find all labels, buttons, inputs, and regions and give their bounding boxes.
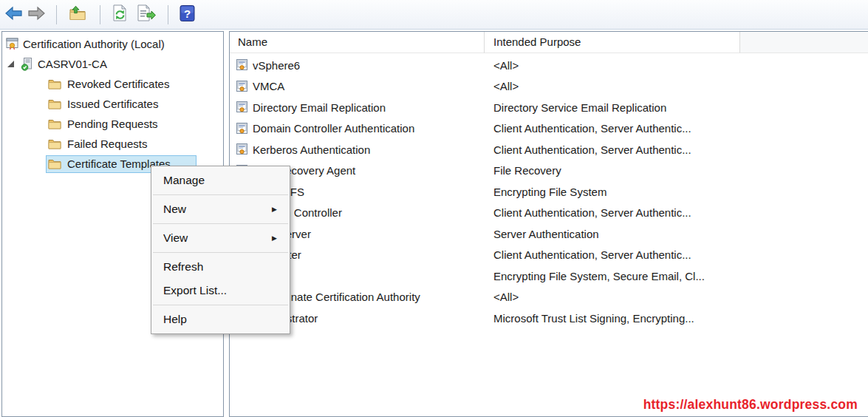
list-rows: vSphere6<All>VMCA<All>Directory Email Re… xyxy=(230,53,868,329)
submenu-arrow-icon: ▶ xyxy=(272,206,277,213)
column-header-filler xyxy=(740,32,868,53)
template-purpose: Directory Service Email Replication xyxy=(485,101,740,114)
menu-item-export-list[interactable]: Export List... xyxy=(151,279,290,302)
template-name: VMCA xyxy=(253,80,284,92)
tree-item-revoked-certificates[interactable]: Revoked Certificates xyxy=(2,74,223,94)
template-row-computer[interactable]: ComputerClient Authentication, Server Au… xyxy=(230,245,868,266)
toolbar-separator xyxy=(168,5,168,24)
certificate-template-icon xyxy=(236,59,248,71)
template-purpose: Encrypting File System xyxy=(485,186,740,198)
watermark-text: https://alexhunt86.wordpress.com xyxy=(643,397,858,413)
template-row-domain-controller[interactable]: Domain ControllerClient Authentication, … xyxy=(230,203,868,224)
forward-icon xyxy=(27,6,46,24)
template-name: Kerberos Authentication xyxy=(253,143,370,156)
tree-item-label: CASRV01-CA xyxy=(38,58,107,70)
export-list-icon xyxy=(137,4,156,25)
template-name: vSphere6 xyxy=(253,59,300,72)
submenu-arrow-icon: ▶ xyxy=(272,234,277,242)
menu-item-view[interactable]: View▶ xyxy=(151,226,290,250)
menu-separator xyxy=(153,194,288,195)
template-purpose: Microsoft Trust List Signing, Encrypting… xyxy=(485,312,740,325)
template-purpose: Client Authentication, Server Authentic.… xyxy=(485,143,740,156)
forward-button[interactable] xyxy=(26,4,47,25)
toolbar-separator xyxy=(56,5,57,24)
tree-item-label: Issued Certificates xyxy=(67,98,158,110)
menu-item-help[interactable]: Help xyxy=(151,308,290,331)
template-row-user[interactable]: UserEncrypting File System, Secure Email… xyxy=(230,265,868,287)
template-purpose: Client Authentication, Server Authentic.… xyxy=(485,122,740,135)
template-row-vmca[interactable]: VMCA<All> xyxy=(230,76,868,98)
template-row-basic-efs[interactable]: Basic EFSEncrypting File System xyxy=(230,181,868,203)
tree-item-label: Pending Requests xyxy=(67,118,158,130)
folder-icon xyxy=(48,118,61,129)
certification-authority-icon xyxy=(6,38,20,50)
column-header-name[interactable]: Name xyxy=(230,32,485,53)
menu-item-label: Manage xyxy=(163,174,205,187)
console-tree: Certification Authority (Local) CASRV01-… xyxy=(2,32,223,174)
folder-icon xyxy=(48,138,61,149)
tree-item-certification-authority[interactable]: Certification Authority (Local) xyxy=(2,34,223,54)
template-purpose: Encrypting File System, Secure Email, Cl… xyxy=(485,270,740,282)
menu-separator xyxy=(153,252,288,253)
template-row-efs-recovery-agent[interactable]: EFS Recovery AgentFile Recovery xyxy=(230,160,868,182)
refresh-button[interactable] xyxy=(109,4,130,25)
up-one-level-button[interactable] xyxy=(67,4,88,25)
menu-separator xyxy=(153,305,288,305)
menu-item-label: Refresh xyxy=(163,260,203,274)
template-name: Domain Controller Authentication xyxy=(253,122,414,135)
template-purpose: Server Authentication xyxy=(485,228,740,240)
up-one-level-icon xyxy=(69,5,86,24)
template-row-administrator[interactable]: AdministratorMicrosoft Trust List Signin… xyxy=(230,308,868,329)
menu-item-label: View xyxy=(163,231,188,245)
tree-item-pending-requests[interactable]: Pending Requests xyxy=(2,114,223,134)
help-button[interactable]: ? xyxy=(177,4,197,25)
svg-text:?: ? xyxy=(183,7,190,19)
toolbar: ? xyxy=(0,0,868,30)
template-row-domain-controller-authentication[interactable]: Domain Controller AuthenticationClient A… xyxy=(230,118,868,140)
templates-list-panel: NameIntended Purpose vSphere6<All>VMCA<A… xyxy=(229,31,868,417)
folder-icon xyxy=(48,98,61,109)
certificate-template-icon xyxy=(236,101,248,113)
tree-children: Revoked CertificatesIssued CertificatesP… xyxy=(2,74,223,174)
template-row-subordinate-certification-authority[interactable]: Subordinate Certification Authority<All> xyxy=(230,287,868,308)
template-purpose: <All> xyxy=(485,80,740,92)
certificate-template-icon xyxy=(236,123,248,135)
folder-icon xyxy=(48,78,61,89)
template-purpose: <All> xyxy=(485,59,740,72)
certificate-template-icon xyxy=(236,81,248,92)
menu-item-manage[interactable]: Manage xyxy=(151,169,290,192)
export-list-button[interactable] xyxy=(136,4,157,25)
tree-item-label: Failed Requests xyxy=(67,138,147,150)
menu-item-label: Export List... xyxy=(163,284,227,297)
tree-item-label: Revoked Certificates xyxy=(67,78,169,90)
menu-separator xyxy=(153,223,288,224)
back-button[interactable] xyxy=(3,4,24,25)
folder-icon xyxy=(48,158,61,169)
menu-item-label: New xyxy=(163,203,186,216)
menu-item-refresh[interactable]: Refresh xyxy=(151,255,290,279)
template-row-directory-email-replication[interactable]: Directory Email ReplicationDirectory Ser… xyxy=(230,97,868,118)
tree-item-casrv01-ca[interactable]: CASRV01-CA xyxy=(2,54,223,74)
template-purpose: <All> xyxy=(485,291,740,303)
refresh-icon xyxy=(112,4,128,25)
context-menu: ManageNew▶View▶RefreshExport List...Help xyxy=(151,166,290,334)
menu-item-label: Help xyxy=(163,313,187,326)
template-purpose: File Recovery xyxy=(485,164,740,177)
help-icon: ? xyxy=(180,4,195,25)
template-row-web-server[interactable]: Web ServerServer Authentication xyxy=(230,223,868,245)
list-header: NameIntended Purpose xyxy=(230,32,868,53)
tree-item-failed-requests[interactable]: Failed Requests xyxy=(2,134,223,154)
menu-item-new[interactable]: New▶ xyxy=(151,197,290,221)
ca-server-icon xyxy=(21,58,33,71)
toolbar-separator xyxy=(100,5,100,24)
template-row-kerberos-authentication[interactable]: Kerberos AuthenticationClient Authentica… xyxy=(230,139,868,160)
column-header-intended-purpose[interactable]: Intended Purpose xyxy=(485,32,740,53)
template-row-vsphere6[interactable]: vSphere6<All> xyxy=(230,55,868,76)
template-purpose: Client Authentication, Server Authentic.… xyxy=(485,206,740,219)
back-icon xyxy=(4,6,23,24)
certificate-template-icon xyxy=(236,143,248,155)
expander-icon[interactable] xyxy=(7,61,14,67)
tree-item-label: Certification Authority (Local) xyxy=(23,38,165,50)
template-name: Directory Email Replication xyxy=(253,101,386,114)
tree-item-issued-certificates[interactable]: Issued Certificates xyxy=(2,94,223,114)
